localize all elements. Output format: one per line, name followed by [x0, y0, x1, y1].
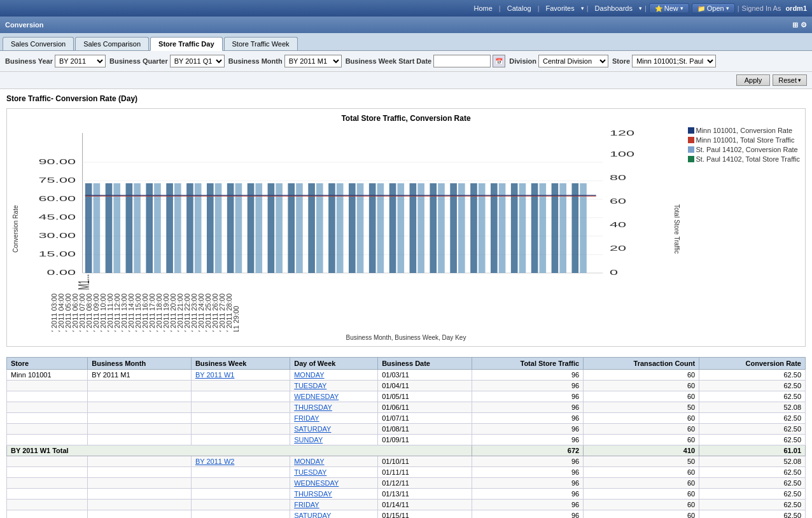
transactions-cell: 60 [584, 478, 699, 489]
table-row: SATURDAY 01/08/11 96 60 62.50 [7, 424, 806, 435]
svg-rect-28 [134, 183, 141, 273]
business-month-cell [88, 435, 192, 445]
traffic-cell: 96 [472, 381, 584, 391]
reset-button[interactable]: Reset ▾ [773, 74, 807, 86]
chart-title: Total Store Traffic, Conversion Rate [12, 114, 800, 123]
col-day-of-week: Day of Week [290, 358, 378, 370]
transactions-cell: 60 [584, 489, 699, 500]
business-date-cell: 01/14/11 [378, 500, 472, 510]
svg-text:40: 40 [610, 221, 626, 229]
day-of-week-cell[interactable]: TUESDAY [290, 381, 378, 391]
business-week-cell [191, 402, 290, 413]
business-month-cell [88, 467, 192, 478]
day-of-week-cell[interactable]: SATURDAY [290, 424, 378, 435]
svg-rect-40 [255, 183, 262, 273]
transactions-cell: 60 [584, 381, 699, 391]
nav-dashboards[interactable]: Dashboards [591, 3, 636, 13]
transactions-cell: 60 [584, 435, 699, 445]
rate-cell: 62.50 [699, 478, 806, 489]
nav-catalog[interactable]: Catalog [503, 3, 535, 13]
business-week-cell [191, 381, 290, 391]
new-icon: ⭐ [655, 5, 662, 12]
day-of-week-cell[interactable]: THURSDAY [290, 489, 378, 500]
apply-button[interactable]: Apply [736, 74, 771, 86]
table-row: SATURDAY 01/15/11 96 60 62.50 [7, 510, 806, 519]
day-of-week-cell[interactable]: FRIDAY [290, 500, 378, 510]
business-date-cell: 01/07/11 [378, 413, 472, 424]
svg-rect-70 [559, 183, 566, 273]
svg-rect-47 [328, 183, 335, 273]
day-of-week-cell[interactable]: THURSDAY [290, 402, 378, 413]
svg-rect-71 [571, 183, 578, 273]
grid-icon[interactable]: ⊞ [792, 21, 798, 29]
nav-favorites[interactable]: Favorites [542, 3, 578, 13]
new-button[interactable]: ⭐ New ▾ [649, 3, 689, 13]
transactions-cell: 60 [584, 467, 699, 478]
store-cell [7, 402, 88, 413]
day-of-week-cell[interactable]: SUNDAY [290, 435, 378, 445]
x-axis-label: Business Month, Business Week, Day Key [12, 334, 800, 341]
day-of-week-cell[interactable]: SATURDAY [290, 510, 378, 519]
new-chevron: ▾ [680, 5, 683, 11]
day-of-week-cell[interactable]: FRIDAY [290, 413, 378, 424]
col-conversion-rate: Conversion Rate [699, 358, 806, 370]
svg-text:90.00: 90.00 [39, 158, 76, 166]
transactions-cell: 60 [584, 500, 699, 510]
tab-sales-comparison[interactable]: Sales Comparison [75, 37, 149, 50]
svg-text:120: 120 [610, 129, 634, 137]
business-quarter-label: Business Quarter [109, 57, 168, 65]
day-of-week-cell[interactable]: MONDAY [290, 370, 378, 381]
traffic-cell: 96 [472, 402, 584, 413]
legend-label-3: St. Paul 14102, Conversion Rate [696, 146, 798, 153]
svg-rect-41 [268, 183, 275, 273]
traffic-cell: 96 [472, 489, 584, 500]
traffic-cell: 96 [472, 456, 584, 467]
top-nav: Home | Catalog | Favorites ▾ | Dashboard… [0, 0, 812, 17]
business-date-cell: 01/05/11 [378, 391, 472, 402]
business-week-cell [191, 478, 290, 489]
open-button[interactable]: 📁 Open ▾ [692, 3, 735, 13]
rate-cell: 62.50 [699, 424, 806, 435]
day-of-week-cell[interactable]: TUESDAY [290, 467, 378, 478]
tab-store-traffic-day[interactable]: Store Traffic Day [150, 37, 222, 51]
reset-chevron: ▾ [798, 77, 801, 83]
day-of-week-cell[interactable]: WEDNESDAY [290, 478, 378, 489]
calendar-icon-button[interactable]: 📅 [493, 55, 505, 67]
business-month-label: Business Month [228, 57, 283, 65]
business-week-start-date-input[interactable] [433, 55, 491, 67]
svg-rect-63 [491, 183, 498, 273]
svg-rect-45 [308, 183, 315, 273]
chart-container: Total Store Traffic, Conversion Rate Con… [6, 108, 806, 347]
tab-sales-conversion[interactable]: Sales Conversion [3, 37, 74, 50]
day-of-week-cell[interactable]: WEDNESDAY [290, 391, 378, 402]
business-week-cell[interactable]: BY 2011 W2 [191, 456, 290, 467]
svg-text:20: 20 [610, 244, 626, 253]
svg-text:60: 60 [610, 197, 626, 206]
store-cell [7, 424, 88, 435]
division-select[interactable]: Central Division [538, 55, 608, 67]
store-select[interactable]: Minn 101001;St. Paul [632, 55, 716, 67]
business-month-select[interactable]: BY 2011 M1 [284, 55, 342, 67]
business-week-cell [191, 489, 290, 500]
transactions-cell: 60 [584, 413, 699, 424]
legend-color-1 [688, 127, 694, 134]
table-row: FRIDAY 01/07/11 96 60 62.50 [7, 413, 806, 424]
svg-text:45.00: 45.00 [39, 213, 76, 221]
nav-home[interactable]: Home [470, 3, 496, 13]
col-total-store-traffic: Total Store Traffic [472, 358, 584, 370]
legend-item-3: St. Paul 14102, Conversion Rate [688, 146, 800, 153]
business-week-cell[interactable]: BY 2011 W1 [191, 370, 290, 381]
store-cell [7, 510, 88, 519]
business-year-select[interactable]: BY 2011 [55, 55, 106, 67]
settings-icon[interactable]: ⚙ [801, 21, 807, 29]
tab-store-traffic-week[interactable]: Store Traffic Week [224, 37, 298, 50]
day-of-week-cell[interactable]: MONDAY [290, 456, 378, 467]
division-group: Division Central Division [509, 55, 608, 67]
svg-rect-27 [126, 183, 133, 273]
section-title: Store Traffic- Conversion Rate (Day) [6, 94, 806, 103]
store-cell [7, 413, 88, 424]
business-date-cell: 01/11/11 [378, 467, 472, 478]
favorites-chevron: ▾ [581, 5, 584, 11]
business-quarter-select[interactable]: BY 2011 Q1 [170, 55, 225, 67]
business-year-label: Business Year [5, 57, 53, 65]
